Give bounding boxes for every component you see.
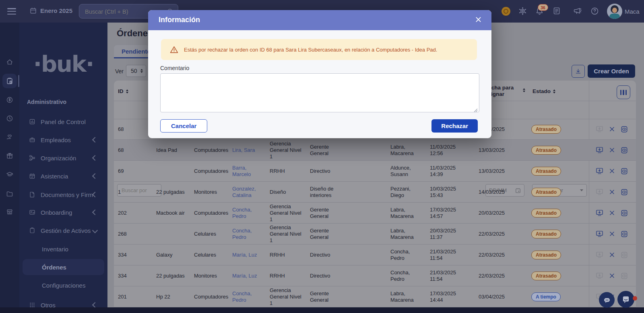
view-icon[interactable] [621, 147, 628, 154]
gear-icon[interactable] [518, 7, 527, 15]
cancel-button[interactable]: Cancelar [160, 119, 207, 133]
cell-area: RRHH [266, 161, 306, 181]
table-row[interactable]: 69 Computadores Barra, Marcelo RRHH Dire… [114, 161, 636, 182]
column-header-estado[interactable]: Estado [533, 88, 555, 94]
training-icon[interactable] [6, 171, 13, 178]
icon-rail [0, 23, 19, 313]
view-icon[interactable] [621, 189, 628, 196]
sidebar-item-inventario[interactable]: Inventario [23, 241, 104, 257]
calendar-check-icon [29, 173, 36, 179]
tab-underline [114, 57, 149, 58]
comment-textarea[interactable] [160, 73, 479, 112]
table-row[interactable]: 68 Idea Pad Computadores Lira, Sara Gere… [114, 140, 636, 161]
cell-estado: Atrasado [514, 182, 589, 202]
table-row[interactable]: 334 Galaxy Celulares María, Luz RRHH Dir… [114, 245, 636, 265]
sidebar-item-onboarding[interactable]: Onboarding [23, 204, 104, 220]
sort-icon [126, 89, 128, 93]
assign-icon[interactable] [596, 146, 603, 154]
close-icon[interactable] [475, 16, 482, 23]
sidebar-item-configuraciones[interactable]: Configuraciones [23, 277, 104, 293]
view-icon[interactable] [621, 209, 628, 217]
cell-categoria: Monitores [190, 265, 228, 286]
sidebar-item-documentos-y-firma[interactable]: Documentos y Firma [23, 187, 104, 203]
cell-estado: Atrasado [514, 224, 589, 244]
period-label: Enero 2025 [40, 7, 72, 14]
sidebar-item-asistencia[interactable]: Asistencia [23, 168, 104, 184]
menu-icon[interactable] [7, 8, 16, 15]
cell-categoria: Celulares [190, 224, 228, 244]
chat-button[interactable] [617, 291, 634, 308]
assign-icon[interactable] [596, 209, 603, 217]
cell-extra [343, 286, 386, 307]
avatar[interactable] [607, 4, 622, 19]
sidebar: ·buk· Administrativo Panel de Control Em… [19, 23, 107, 313]
table-row[interactable]: 202 Macbook air Computadores Concha, Ped… [114, 203, 636, 224]
cell-persona: Gonzalez, Catalina [228, 182, 266, 202]
cell-id: 68 [114, 140, 152, 160]
cell-creado-por: Concha, Pedro [386, 245, 426, 265]
help-icon[interactable] [590, 7, 599, 15]
sidebar-item-panel-de-control[interactable]: Panel de Control [23, 114, 104, 130]
table-row[interactable]: 1 22 pulgadas Monitores Gonzalez, Catali… [114, 182, 636, 203]
coins-icon[interactable] [502, 7, 510, 16]
view-icon[interactable] [621, 230, 628, 238]
reject-icon[interactable] [609, 147, 615, 153]
reject-icon[interactable] [609, 231, 615, 237]
cell-actions [589, 161, 636, 181]
assign-icon[interactable] [596, 230, 603, 238]
cell-actions [589, 182, 636, 202]
reject-icon[interactable] [609, 273, 615, 279]
period-selector[interactable]: Enero 2025 [30, 7, 72, 14]
chevron-left-icon [92, 302, 98, 308]
cell-fecha-creacion: 17/03/2025 14:57 [426, 203, 465, 223]
reject-icon[interactable] [609, 189, 615, 195]
sort-icon-fecha[interactable] [520, 88, 525, 92]
megaphone-icon[interactable] [573, 7, 582, 15]
cell-cargo: Gerente General [306, 286, 343, 307]
create-order-button[interactable]: Crear Orden [588, 64, 635, 78]
cell-actions [589, 224, 636, 244]
cell-categoria: Celulares [190, 245, 228, 265]
status-badge: Atrasado [531, 209, 561, 218]
table-row[interactable]: 201 Hp 22 Computadores Concha, Pedro Ger… [114, 286, 636, 307]
chat-notification-dot [633, 296, 637, 301]
gifts-icon[interactable] [6, 152, 13, 160]
table-row[interactable]: 268 Celulares Concha, Pedro Gerencia Gen… [114, 224, 636, 245]
chevron-left-icon [92, 209, 98, 215]
download-button[interactable] [572, 65, 585, 78]
view-icon[interactable] [621, 168, 628, 175]
sidebar-item-organizacion[interactable]: Organización [23, 150, 104, 166]
cell-articulo [152, 224, 190, 244]
files-icon[interactable] [6, 190, 13, 197]
warning-icon [170, 46, 178, 54]
assign-icon[interactable] [596, 167, 603, 175]
benefits-icon[interactable] [6, 134, 13, 141]
warning-alert: Estás por rechazar la orden con ID 68 pa… [161, 39, 477, 60]
cell-actions [589, 245, 636, 265]
asset-orders-icon[interactable] [6, 77, 13, 85]
view-icon[interactable] [621, 126, 628, 133]
intercom-minimize-button[interactable] [599, 292, 615, 308]
reject-button[interactable]: Rechazar [431, 119, 478, 133]
notes-icon[interactable] [553, 7, 561, 15]
clock-icon[interactable] [6, 115, 13, 122]
view-icon[interactable] [621, 251, 628, 259]
marketplace-icon[interactable] [6, 208, 13, 216]
cell-categoria: Computadores [190, 161, 228, 181]
reject-icon[interactable] [609, 126, 615, 132]
view-icon[interactable] [621, 272, 628, 280]
money-icon[interactable] [6, 96, 13, 104]
reject-icon[interactable] [609, 252, 615, 258]
home-icon[interactable] [6, 58, 13, 66]
column-header-id[interactable]: ID [118, 88, 128, 94]
cell-extra [343, 203, 386, 223]
cell-estado: Atrasado [514, 140, 589, 160]
page-size-select[interactable]: 50 [126, 65, 146, 77]
sidebar-item-ordenes[interactable]: Órdenes [23, 259, 104, 275]
sidebar-item-empleados[interactable]: Empleados [23, 132, 104, 148]
columns-config-button[interactable] [617, 85, 630, 99]
table-row[interactable]: 334 22 pulgadas Monitores María, Luz RRH… [114, 265, 636, 286]
sidebar-item-gestion-de-activos[interactable]: Gestión de Activos [23, 222, 104, 238]
reject-icon[interactable] [609, 210, 615, 216]
reject-icon[interactable] [609, 168, 615, 174]
